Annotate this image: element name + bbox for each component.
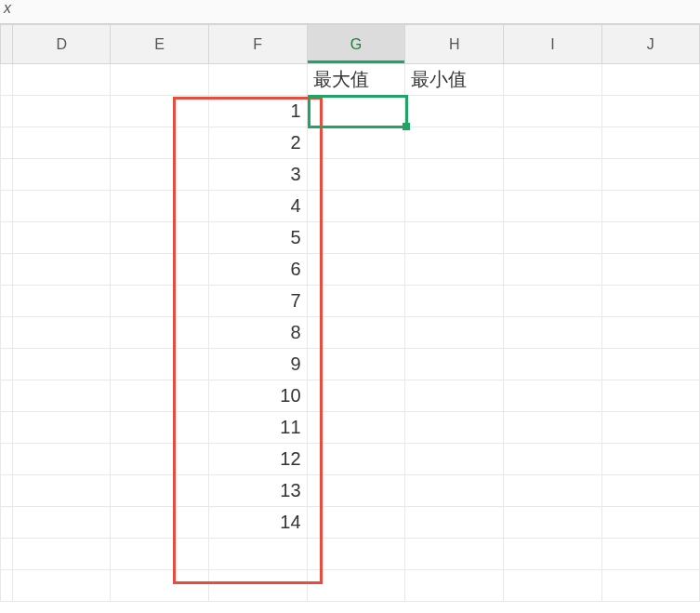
- cell-H9[interactable]: [405, 317, 504, 349]
- cell-H11[interactable]: [405, 380, 504, 412]
- cell-E13[interactable]: [111, 444, 208, 475]
- cell-F12[interactable]: 11: [208, 412, 307, 444]
- cell-E5[interactable]: [111, 191, 208, 222]
- cell-F13[interactable]: 12: [208, 444, 307, 475]
- column-header-D[interactable]: D: [13, 25, 111, 64]
- cell-E7[interactable]: [111, 254, 208, 286]
- column-header-E[interactable]: E: [111, 25, 208, 64]
- spreadsheet-grid[interactable]: DEFGHIJ 最大值最小值1234567891011121314: [0, 24, 700, 602]
- cell-J11[interactable]: [601, 380, 699, 412]
- cell-G11[interactable]: [307, 380, 405, 412]
- cell-E10[interactable]: [111, 349, 208, 380]
- cell-F14[interactable]: 13: [208, 475, 307, 507]
- cell-I5[interactable]: [504, 191, 601, 222]
- cell-I10[interactable]: [504, 349, 601, 380]
- cell-F8[interactable]: 7: [208, 286, 307, 317]
- cell-I11[interactable]: [504, 380, 601, 412]
- cell-H16[interactable]: [405, 539, 504, 570]
- cell-D3[interactable]: [13, 127, 111, 159]
- cell-C17[interactable]: [1, 570, 13, 602]
- cell-D4[interactable]: [13, 159, 111, 191]
- cell-D8[interactable]: [13, 286, 111, 317]
- cell-E11[interactable]: [111, 380, 208, 412]
- cell-I1[interactable]: [504, 64, 601, 96]
- cell-I7[interactable]: [504, 254, 601, 286]
- cell-I2[interactable]: [504, 96, 601, 127]
- cell-D5[interactable]: [13, 191, 111, 222]
- cell-E12[interactable]: [111, 412, 208, 444]
- cell-C16[interactable]: [1, 539, 13, 570]
- cell-H5[interactable]: [405, 191, 504, 222]
- cell-G4[interactable]: [307, 159, 405, 191]
- cell-J4[interactable]: [601, 159, 699, 191]
- cell-C3[interactable]: [1, 127, 13, 159]
- cell-J14[interactable]: [601, 475, 699, 507]
- cell-H14[interactable]: [405, 475, 504, 507]
- cell-H17[interactable]: [405, 570, 504, 602]
- cell-H13[interactable]: [405, 444, 504, 475]
- cell-I12[interactable]: [504, 412, 601, 444]
- cell-G6[interactable]: [307, 222, 405, 254]
- cell-D17[interactable]: [13, 570, 111, 602]
- cell-J17[interactable]: [601, 570, 699, 602]
- cell-E15[interactable]: [111, 507, 208, 539]
- cell-F4[interactable]: 3: [208, 159, 307, 191]
- cell-C10[interactable]: [1, 349, 13, 380]
- cell-F6[interactable]: 5: [208, 222, 307, 254]
- cell-E9[interactable]: [111, 317, 208, 349]
- cell-F7[interactable]: 6: [208, 254, 307, 286]
- cell-D12[interactable]: [13, 412, 111, 444]
- cell-I6[interactable]: [504, 222, 601, 254]
- cell-F10[interactable]: 9: [208, 349, 307, 380]
- cell-G9[interactable]: [307, 317, 405, 349]
- cell-J7[interactable]: [601, 254, 699, 286]
- cell-F3[interactable]: 2: [208, 127, 307, 159]
- column-header-G[interactable]: G: [307, 25, 405, 64]
- cell-J5[interactable]: [601, 191, 699, 222]
- cell-G16[interactable]: [307, 539, 405, 570]
- cell-J10[interactable]: [601, 349, 699, 380]
- cell-E14[interactable]: [111, 475, 208, 507]
- cell-F5[interactable]: 4: [208, 191, 307, 222]
- cell-D16[interactable]: [13, 539, 111, 570]
- cell-H3[interactable]: [405, 127, 504, 159]
- cell-C6[interactable]: [1, 222, 13, 254]
- cell-G15[interactable]: [307, 507, 405, 539]
- cell-I4[interactable]: [504, 159, 601, 191]
- cell-E3[interactable]: [111, 127, 208, 159]
- cell-J16[interactable]: [601, 539, 699, 570]
- cell-I9[interactable]: [504, 317, 601, 349]
- cell-I16[interactable]: [504, 539, 601, 570]
- cell-F16[interactable]: [208, 539, 307, 570]
- cell-E2[interactable]: [111, 96, 208, 127]
- cell-I14[interactable]: [504, 475, 601, 507]
- cell-J9[interactable]: [601, 317, 699, 349]
- cell-J1[interactable]: [601, 64, 699, 96]
- cell-C7[interactable]: [1, 254, 13, 286]
- cell-I15[interactable]: [504, 507, 601, 539]
- cell-C15[interactable]: [1, 507, 13, 539]
- cell-D1[interactable]: [13, 64, 111, 96]
- cell-G12[interactable]: [307, 412, 405, 444]
- cell-E17[interactable]: [111, 570, 208, 602]
- cell-J3[interactable]: [601, 127, 699, 159]
- cell-C14[interactable]: [1, 475, 13, 507]
- cell-H2[interactable]: [405, 96, 504, 127]
- cell-J15[interactable]: [601, 507, 699, 539]
- cell-E16[interactable]: [111, 539, 208, 570]
- cell-H12[interactable]: [405, 412, 504, 444]
- cell-E4[interactable]: [111, 159, 208, 191]
- cell-I8[interactable]: [504, 286, 601, 317]
- column-header-I[interactable]: I: [504, 25, 601, 64]
- cell-D2[interactable]: [13, 96, 111, 127]
- cell-D13[interactable]: [13, 444, 111, 475]
- cell-D15[interactable]: [13, 507, 111, 539]
- cell-J12[interactable]: [601, 412, 699, 444]
- cell-J8[interactable]: [601, 286, 699, 317]
- cell-D10[interactable]: [13, 349, 111, 380]
- cell-C2[interactable]: [1, 96, 13, 127]
- cell-H1[interactable]: 最小值: [405, 64, 504, 96]
- cell-F17[interactable]: [208, 570, 307, 602]
- cell-C8[interactable]: [1, 286, 13, 317]
- cell-J2[interactable]: [601, 96, 699, 127]
